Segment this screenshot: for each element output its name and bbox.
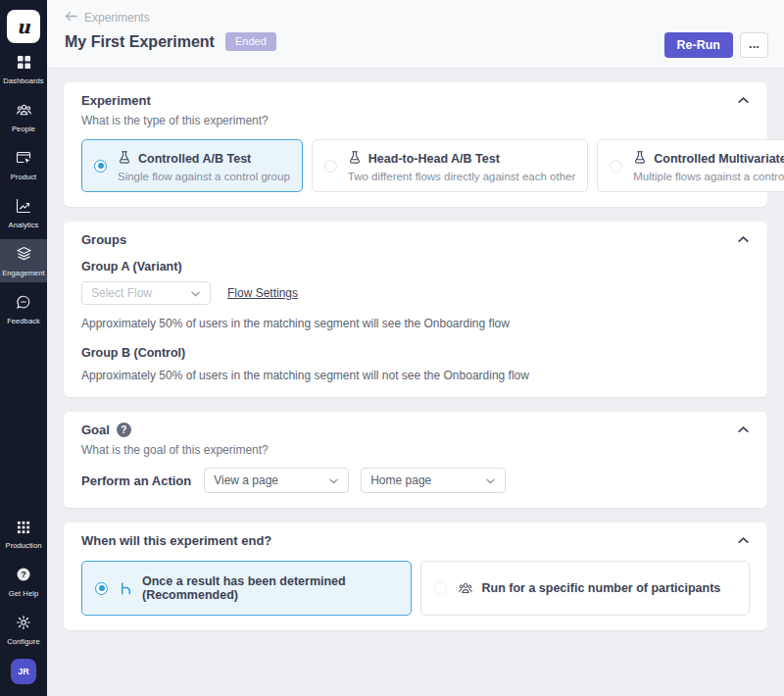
help-glyph: ? <box>121 424 126 435</box>
option-end-on-result[interactable]: Once a result has been determined (Recom… <box>81 561 412 616</box>
sidebar-item-label: Production <box>6 541 42 550</box>
more-options-button[interactable]: ... <box>740 32 768 58</box>
option-end-on-participants[interactable]: Run for a specific number of participant… <box>420 561 751 616</box>
perform-action-label: Perform an Action <box>81 473 191 488</box>
sidebar-item-engagement[interactable]: Engagement <box>0 239 47 282</box>
page-content: Experiment What is the type of this expe… <box>47 69 784 696</box>
action-type-dropdown[interactable]: View a page <box>204 468 349 493</box>
sidebar-item-configure[interactable]: Configure <box>0 608 47 651</box>
radio-selected[interactable] <box>95 582 108 595</box>
group-a-note: Approximately 50% of users in the matchi… <box>81 317 750 330</box>
user-avatar[interactable]: JR <box>11 659 36 684</box>
sidebar-item-product[interactable]: Product <box>0 143 47 186</box>
select-flow-placeholder: Select Flow <box>91 286 152 300</box>
rerun-button[interactable]: Re-Run <box>664 32 733 58</box>
goal-help-icon[interactable]: ? <box>117 423 131 437</box>
experiment-section-title: Experiment <box>81 93 151 108</box>
option-controlled-multivariate-test[interactable]: Controlled Multivariate Test Multiple fl… <box>597 139 784 192</box>
sidebar-item-label: Feedback <box>7 317 40 325</box>
sidebar-item-label: Product <box>11 173 37 181</box>
product-icon <box>16 150 31 170</box>
chevron-up-icon <box>737 94 750 107</box>
ellipsis-icon: ... <box>749 37 760 50</box>
chevron-up-icon <box>737 423 750 436</box>
sidebar-item-label: Configure <box>7 637 39 646</box>
sidebar-item-label: Dashboards <box>3 76 43 85</box>
option-controlled-ab-test[interactable]: Controlled A/B Test Single flow against … <box>81 139 303 192</box>
option-subtitle: Two different flows directly against eac… <box>348 171 575 182</box>
action-target-value: Home page <box>370 473 431 487</box>
radio-unselected[interactable] <box>324 160 337 173</box>
experiment-question: What is the type of this experiment? <box>81 114 750 127</box>
experiment-options: Controlled A/B Test Single flow against … <box>81 139 750 192</box>
group-b-label: Group B (Control) <box>81 346 750 360</box>
sidebar: u Dashboards People Product Analytics <box>0 0 47 696</box>
option-title: Controlled A/B Test <box>138 152 251 166</box>
chevron-down-icon <box>328 475 339 486</box>
goal-panel: Goal ? What is the goal of this experime… <box>64 412 767 508</box>
sidebar-item-dashboards[interactable]: Dashboards <box>0 48 47 90</box>
sidebar-item-label: Analytics <box>9 221 39 229</box>
option-subtitle: Single flow against a control group <box>118 171 290 182</box>
end-option-title: Once a result has been determined (Recom… <box>142 574 398 602</box>
title-row: My First Experiment Ended <box>65 32 768 51</box>
collapse-end-button[interactable] <box>737 534 750 547</box>
sidebar-item-people[interactable]: People <box>0 95 47 138</box>
flow-settings-link[interactable]: Flow Settings <box>227 286 298 300</box>
main-area: Experiments My First Experiment Ended Re… <box>47 0 784 696</box>
select-flow-dropdown[interactable]: Select Flow <box>81 281 211 305</box>
goal-section-title: Goal <box>81 423 110 437</box>
svg-text:?: ? <box>21 570 26 579</box>
radio-unselected[interactable] <box>610 160 622 173</box>
page-title: My First Experiment <box>65 33 215 51</box>
radio-unselected[interactable] <box>434 582 447 595</box>
collapse-experiment-button[interactable] <box>737 94 750 107</box>
analytics-icon <box>16 198 31 218</box>
option-title: Head-to-Head A/B Test <box>368 152 500 166</box>
option-head-to-head-ab-test[interactable]: Head-to-Head A/B Test Two different flow… <box>312 139 588 192</box>
breadcrumb-label[interactable]: Experiments <box>84 11 150 25</box>
engagement-icon <box>16 246 32 266</box>
group-a-label: Group A (Variant) <box>81 260 750 273</box>
back-icon[interactable] <box>65 11 77 25</box>
option-subtitle: Multiple flows against a control group <box>633 171 784 182</box>
chevron-up-icon <box>737 233 750 246</box>
option-title: Controlled Multivariate Test <box>654 152 784 166</box>
feedback-icon <box>16 294 31 314</box>
end-option-title: Run for a specific number of participant… <box>482 581 721 595</box>
sidebar-item-label: Get Help <box>9 589 38 598</box>
radio-selected[interactable] <box>94 160 107 173</box>
chevron-down-icon <box>485 475 496 486</box>
experiment-end-panel: When will this experiment end? Once a re… <box>64 522 767 630</box>
sidebar-item-production[interactable]: Production <box>0 514 47 555</box>
app-logo[interactable]: u <box>7 10 40 43</box>
flask-icon <box>633 150 647 168</box>
groups-section-title: Groups <box>81 232 126 247</box>
page-header: Experiments My First Experiment Ended Re… <box>47 0 784 69</box>
end-section-title: When will this experiment end? <box>81 533 271 548</box>
sidebar-item-analytics[interactable]: Analytics <box>0 191 47 234</box>
breadcrumb[interactable]: Experiments <box>65 11 768 25</box>
action-type-value: View a page <box>214 473 278 487</box>
goal-question: What is the goal of this experiment? <box>81 443 750 457</box>
production-icon <box>17 521 30 538</box>
help-icon: ? <box>16 567 31 586</box>
sidebar-item-label: People <box>12 124 35 133</box>
dashboards-icon <box>17 55 31 74</box>
experiment-panel: Experiment What is the type of this expe… <box>64 82 767 207</box>
sidebar-item-feedback[interactable]: Feedback <box>0 287 47 330</box>
people-icon <box>16 102 32 122</box>
app-window: u Dashboards People Product Analytics <box>0 0 784 696</box>
logo-glyph: u <box>17 16 30 37</box>
participants-icon <box>458 580 473 596</box>
collapse-groups-button[interactable] <box>737 233 750 246</box>
sidebar-item-get-help[interactable]: ? Get Help <box>0 560 47 603</box>
sidebar-item-label: Engagement <box>2 269 45 277</box>
groups-panel: Groups Group A (Variant) Select Flow Flo… <box>64 222 767 397</box>
collapse-goal-button[interactable] <box>737 423 750 436</box>
group-b-note: Approximately 50% of users in the matchi… <box>81 369 750 382</box>
avatar-initials: JR <box>18 667 29 676</box>
action-target-dropdown[interactable]: Home page <box>361 468 506 493</box>
chevron-up-icon <box>737 534 750 547</box>
header-actions: Re-Run ... <box>664 32 768 58</box>
